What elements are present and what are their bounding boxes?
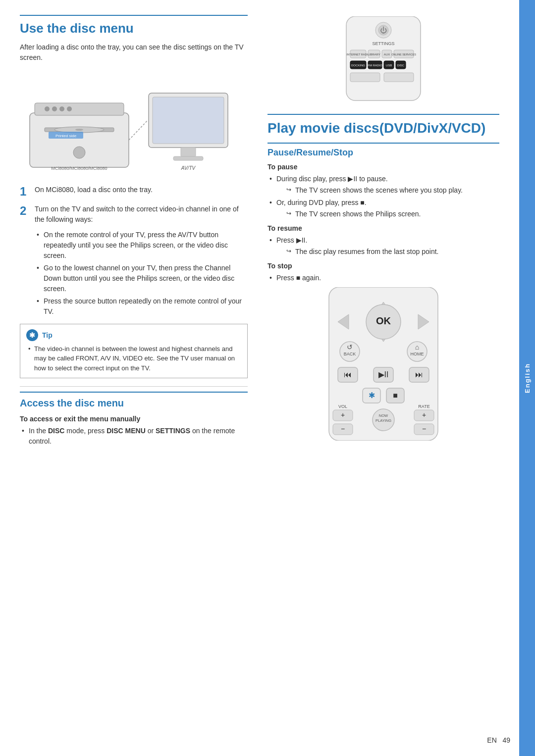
access-bullets: In the DISC mode, press DISC MENU or SET…	[20, 426, 248, 447]
step2-text: Turn on the TV and switch to the correct…	[35, 204, 248, 225]
svg-text:MCi8080/MCi8080/MCi8080: MCi8080/MCi8080/MCi8080	[51, 166, 107, 171]
pause-sub-bullets2: The TV screen shows the Philips screen.	[286, 209, 499, 219]
svg-rect-42	[384, 73, 414, 82]
pause-resume-title: Pause/Resume/Stop	[268, 143, 499, 158]
tip-label: Tip	[42, 331, 53, 339]
svg-text:Printed side: Printed side	[55, 134, 77, 138]
resume-sub: The disc play resumes from the last stop…	[286, 247, 499, 257]
step2-bullets: On the remote control of your TV, press …	[35, 230, 248, 317]
step1-text: On MCi8080, load a disc onto the tray.	[35, 185, 248, 195]
svg-text:⏮: ⏮	[344, 370, 352, 379]
svg-point-11	[73, 147, 85, 158]
remote-bottom-illustration: OK ↺ BACK ⌂ HOME ⏮ ▶II	[324, 287, 443, 442]
side-tab: English	[519, 0, 535, 756]
svg-text:✱: ✱	[369, 391, 375, 400]
svg-text:LIBRARY: LIBRARY	[368, 53, 380, 56]
svg-text:⏻: ⏻	[380, 26, 387, 34]
to-pause-label: To pause	[268, 163, 499, 171]
svg-text:▶II: ▶II	[378, 370, 389, 379]
pause-bullets: During disc play, press ▶II to pause. Th…	[268, 174, 499, 219]
section2-title: Access the disc menu	[20, 392, 248, 409]
page-number: 49	[502, 736, 510, 744]
svg-text:NOW: NOW	[379, 413, 388, 418]
side-tab-label: English	[524, 363, 531, 393]
svg-text:−: −	[422, 425, 426, 433]
svg-point-3	[52, 106, 57, 111]
intro-text: After loading a disc onto the tray, you …	[20, 42, 248, 63]
svg-text:BACK: BACK	[344, 352, 356, 356]
svg-text:AV/TV: AV/TV	[181, 165, 196, 171]
svg-line-19	[129, 120, 148, 140]
svg-text:↺: ↺	[347, 343, 353, 351]
disc-tv-illustration: Printed side MCi8080/MCi8080/MCi8080 TV	[20, 71, 248, 175]
svg-text:⌂: ⌂	[415, 343, 419, 351]
remote-top-illustration: ⏻ SETTINGS INTERNET RADIO LIBRARY AUX ON…	[329, 15, 438, 104]
svg-text:FM RADIO: FM RADIO	[368, 64, 382, 67]
en-label: EN	[487, 736, 496, 744]
svg-point-4	[59, 106, 64, 111]
left-column: Use the disc menu After loading a disc o…	[20, 15, 263, 741]
step2: 2 Turn on the TV and switch to the corre…	[20, 204, 248, 225]
svg-text:DOCKING: DOCKING	[351, 64, 365, 67]
svg-text:INTERNET RADIO: INTERNET RADIO	[347, 53, 370, 56]
section1-title: Use the disc menu	[20, 15, 248, 36]
pause-bullet-2: Or, during DVD play, press ■. The TV scr…	[268, 198, 499, 219]
svg-text:+: +	[341, 411, 345, 419]
page-footer: EN 49	[487, 736, 510, 744]
svg-rect-14	[153, 97, 224, 144]
step1: 1 On MCi8080, load a disc onto the tray.	[20, 185, 248, 199]
svg-text:+: +	[422, 411, 426, 419]
svg-rect-41	[350, 73, 380, 82]
to-resume-label: To resume	[268, 224, 499, 232]
svg-text:USB: USB	[386, 64, 392, 67]
pause-sub-bullets: The TV screen shows the scenes where you…	[286, 185, 499, 196]
svg-text:VOL: VOL	[338, 404, 347, 409]
tip-content: The video-in channel is between the lowe…	[26, 344, 241, 373]
stop-bullet: Press ■ again.	[268, 273, 499, 283]
resume-sub-bullets: The disc play resumes from the last stop…	[286, 247, 499, 257]
svg-text:ONLINE SERVICES: ONLINE SERVICES	[391, 53, 416, 56]
svg-rect-16	[181, 148, 196, 156]
svg-text:PLAYING: PLAYING	[375, 418, 391, 423]
resume-bullets: Press ▶II. The disc play resumes from th…	[268, 235, 499, 257]
svg-text:SETTINGS: SETTINGS	[372, 41, 394, 46]
pause-sub-2: The TV screen shows the Philips screen.	[286, 209, 499, 219]
tip-box: ✱ Tip The video-in channel is between th…	[20, 324, 248, 379]
svg-text:■: ■	[393, 391, 398, 400]
right-column: ⏻ SETTINGS INTERNET RADIO LIBRARY AUX ON…	[263, 15, 499, 741]
svg-point-2	[45, 106, 50, 111]
svg-text:OK: OK	[376, 315, 391, 326]
svg-text:AUX: AUX	[384, 53, 390, 56]
pause-bullet-1: During disc play, press ▶II to pause. Th…	[268, 174, 499, 196]
svg-text:−: −	[341, 425, 345, 433]
resume-bullet: Press ▶II. The disc play resumes from th…	[268, 235, 499, 257]
svg-point-8	[75, 129, 83, 131]
play-section-title: Play movie discs(DVD/DivX/VCD)	[268, 114, 499, 137]
access-bullet: In the DISC mode, press DISC MENU or SET…	[20, 426, 248, 447]
step2-bullet-2: Go to the lowest channel on your TV, the…	[35, 263, 248, 294]
stop-bullets: Press ■ again.	[268, 273, 499, 283]
tip-icon: ✱	[26, 329, 38, 341]
access-subtitle: To access or exit the menu manually	[20, 415, 248, 423]
svg-rect-17	[173, 156, 203, 160]
svg-text:⏭: ⏭	[415, 370, 423, 379]
tip-bullet: The video-in channel is between the lowe…	[26, 344, 241, 373]
svg-rect-0	[30, 113, 129, 167]
pause-sub-1: The TV screen shows the scenes where you…	[286, 185, 499, 196]
to-stop-label: To stop	[268, 262, 499, 270]
svg-point-5	[67, 106, 72, 111]
svg-text:DISC: DISC	[397, 64, 405, 67]
divider	[20, 386, 248, 387]
svg-text:RATE: RATE	[418, 404, 429, 409]
tip-header: ✱ Tip	[26, 329, 241, 341]
main-content: Use the disc menu After loading a disc o…	[0, 0, 519, 756]
step2-bullet-3: Press the source button repeatedly on th…	[35, 296, 248, 317]
svg-text:HOME: HOME	[411, 352, 424, 356]
step2-bullet-1: On the remote control of your TV, press …	[35, 230, 248, 261]
